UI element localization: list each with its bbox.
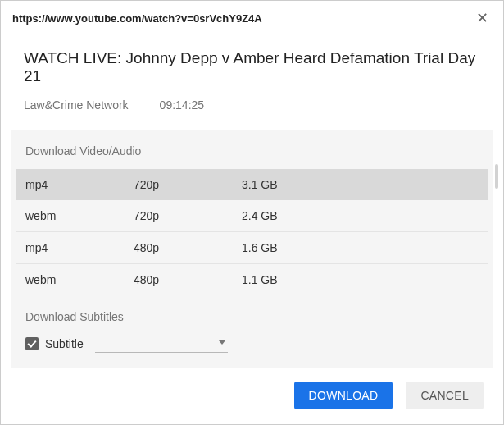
- dialog-footer: DOWNLOAD CANCEL: [1, 368, 503, 424]
- download-panel: Download Video/Audio mp4 720p 3.1 GB web…: [11, 130, 493, 368]
- subtitle-label: Subtitle: [45, 337, 84, 350]
- subtitle-row: Subtitle: [25, 335, 479, 353]
- format-row[interactable]: webm 480p 1.1 GB: [16, 264, 488, 295]
- format-section-title: Download Video/Audio: [11, 130, 493, 169]
- video-title: WATCH LIVE: Johnny Depp v Amber Heard De…: [24, 49, 480, 85]
- quality-cell: 720p: [134, 178, 242, 191]
- cancel-button[interactable]: CANCEL: [406, 382, 484, 409]
- video-url: https://www.youtube.com/watch?v=0srVchY9…: [12, 12, 262, 25]
- video-duration: 09:14:25: [160, 98, 205, 112]
- quality-cell: 480p: [134, 241, 242, 254]
- subtitle-checkbox[interactable]: [25, 337, 39, 350]
- download-dialog: https://www.youtube.com/watch?v=0srVchY9…: [0, 0, 504, 425]
- dialog-header: https://www.youtube.com/watch?v=0srVchY9…: [1, 1, 503, 34]
- download-button[interactable]: DOWNLOAD: [294, 382, 393, 409]
- channel-name: Law&Crime Network: [24, 98, 129, 112]
- format-cell: mp4: [25, 178, 134, 191]
- quality-cell: 720p: [134, 209, 242, 222]
- size-cell: 1.6 GB: [242, 241, 479, 254]
- format-cell: webm: [25, 209, 134, 222]
- format-cell: mp4: [25, 241, 134, 254]
- size-cell: 2.4 GB: [242, 209, 479, 222]
- video-meta: WATCH LIVE: Johnny Depp v Amber Heard De…: [1, 34, 503, 130]
- scrollbar-thumb[interactable]: [495, 164, 498, 189]
- subtitles-section-title: Download Subtitles: [25, 310, 479, 323]
- format-row[interactable]: webm 720p 2.4 GB: [16, 200, 488, 232]
- format-list: mp4 720p 3.1 GB webm 720p 2.4 GB mp4 480…: [11, 169, 493, 295]
- subtitle-dropdown[interactable]: [95, 335, 228, 353]
- size-cell: 1.1 GB: [242, 273, 479, 286]
- format-row[interactable]: mp4 720p 3.1 GB: [16, 169, 488, 200]
- format-cell: webm: [25, 273, 134, 286]
- quality-cell: 480p: [134, 273, 242, 286]
- video-subinfo: Law&Crime Network 09:14:25: [24, 98, 480, 112]
- format-row[interactable]: mp4 480p 1.6 GB: [16, 232, 488, 264]
- close-icon[interactable]: ✕: [473, 9, 492, 27]
- subtitles-section: Download Subtitles Subtitle: [11, 295, 493, 353]
- size-cell: 3.1 GB: [242, 178, 479, 191]
